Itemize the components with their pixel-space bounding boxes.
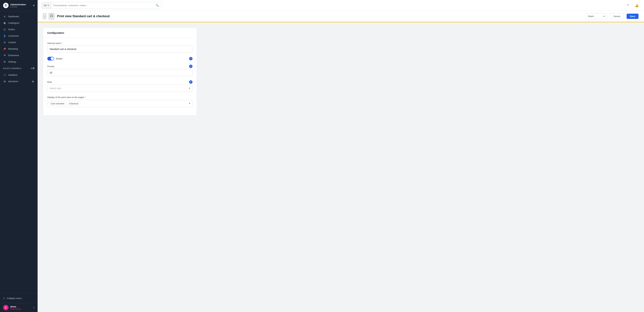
language-selector-wrapper: Dutch English ▼ (586, 13, 607, 20)
sidebar-item-settings[interactable]: Settings (0, 58, 38, 65)
sidebar: G Administration 6.4.16.0 Dashboard Cata… (0, 0, 38, 312)
search-icon: 🔍 (156, 4, 159, 7)
save-button[interactable]: Save (626, 14, 638, 19)
rule-label: Rule (47, 81, 52, 83)
help-button[interactable]: ? (625, 2, 631, 8)
toggle-knob (51, 57, 54, 60)
sidebar-item-label: Catalogues (8, 22, 20, 24)
priority-label: Priority (47, 65, 54, 68)
sidebar-item-dashboard[interactable]: Dashboard (0, 13, 38, 20)
priority-input[interactable] (47, 69, 192, 76)
main-nav: Dashboard Catalogues Orders Customers Co… (0, 11, 38, 293)
display-pages-label: Display of the print view on the pages * (47, 96, 192, 99)
priority-group: Priority ? (47, 65, 192, 76)
sidebar-item-headless[interactable]: Headless (0, 72, 38, 78)
sidebar-item-orders[interactable]: Orders (0, 26, 38, 32)
user-info: demo Administrator (10, 305, 21, 310)
priority-help-button[interactable]: ? (189, 65, 192, 68)
display-pages-chevron-icon: ▼ (188, 102, 191, 105)
active-label: Active (56, 57, 62, 60)
sidebar-item-marketing[interactable]: Marketing (0, 45, 38, 52)
user-chevron-icon[interactable]: ∧ (33, 306, 34, 309)
internal-name-required-marker: * (62, 42, 62, 44)
sidebar-item-label: Extensions (8, 54, 19, 57)
user-section: D demo Administrator ∧ (0, 303, 38, 312)
sales-channels-section-header: Sales Channels ⊕ (0, 65, 38, 72)
internal-name-label: Internal name * (47, 42, 192, 44)
rule-select-wrapper: Select rule... ▼ (47, 85, 192, 92)
language-selector-chevron-icon: ▼ (603, 15, 605, 17)
app-logo: G (3, 3, 8, 8)
print-button[interactable] (49, 13, 54, 19)
collapse-icon: ⊙ (3, 297, 5, 300)
notifications-button[interactable]: 🔔 (634, 2, 640, 8)
rule-select[interactable]: Select rule... (47, 85, 192, 92)
sidebar-item-label: Dashboard (8, 15, 19, 18)
page-header: ‹ Print view Standard cart & checkout Du… (38, 11, 644, 22)
rule-help-button[interactable]: ? (189, 80, 192, 84)
configuration-card-header: Configuration (43, 28, 196, 38)
priority-label-row: Priority ? (47, 65, 192, 68)
printer-icon (50, 14, 53, 17)
active-toggle[interactable] (47, 57, 54, 60)
search-filter-chevron-icon: ▼ (47, 4, 49, 6)
rule-label-row: Rule ? (47, 80, 192, 84)
search-input[interactable] (51, 2, 154, 9)
sidebar-item-label: Storefront (8, 80, 18, 83)
sidebar-item-customers[interactable]: Customers (0, 32, 38, 39)
app-info: Administration 6.4.16.0 (10, 3, 26, 8)
display-pages-tags-input[interactable]: Cart overview Checkout ▼ (47, 100, 192, 107)
app-title: Administration (10, 3, 26, 6)
page-title: Print view Standard cart & checkout (57, 14, 583, 18)
bell-icon: 🔔 (635, 3, 639, 7)
add-sales-channel-button[interactable]: ⊕ (30, 67, 34, 70)
language-selector[interactable]: Dutch English (586, 13, 603, 19)
collapse-menu-button[interactable]: ⊙ Collapse menu (3, 296, 34, 301)
active-help-button[interactable]: ? (189, 57, 192, 60)
back-button[interactable]: ‹ (43, 13, 46, 19)
configuration-title: Configuration (47, 31, 192, 34)
rule-group: Rule ? Select rule... ▼ (47, 80, 192, 92)
svg-rect-0 (51, 16, 52, 17)
internal-name-input[interactable] (47, 45, 192, 53)
main-content: All ▼ 🔍 ? 🔔 ‹ Print view Standard cart &… (38, 0, 644, 312)
sidebar-item-storefront[interactable]: Storefront (0, 78, 38, 85)
sidebar-item-label: Headless (8, 74, 18, 76)
sidebar-item-extensions[interactable]: Extensions (0, 52, 38, 58)
sidebar-item-label: Marketing (8, 48, 18, 50)
sidebar-header: G Administration 6.4.16.0 (0, 0, 38, 11)
storefront-icon (3, 80, 6, 83)
configuration-card: Configuration Internal name * (43, 28, 197, 115)
internal-name-group: Internal name * (47, 42, 192, 53)
content-area: Configuration Internal name * (38, 22, 644, 312)
marketing-icon (3, 47, 6, 50)
collapse-menu-label: Collapse menu (7, 297, 22, 300)
search-container: All ▼ 🔍 (42, 2, 161, 9)
active-row: Active ? (47, 57, 192, 60)
sidebar-item-label: Content (8, 41, 16, 44)
user-name: demo (10, 305, 21, 308)
sales-channels-label: Sales Channels (3, 67, 22, 69)
display-pages-required-marker: * (85, 96, 86, 99)
dashboard-icon (3, 15, 6, 18)
search-all-label: All (44, 4, 46, 7)
tag-checkout: Checkout (67, 102, 80, 106)
storefront-visibility-icon (32, 80, 34, 83)
sidebar-item-content[interactable]: Content (0, 39, 38, 45)
headless-icon (3, 73, 6, 76)
app-version: 6.4.16.0 (10, 6, 26, 8)
sidebar-footer: ⊙ Collapse menu (0, 293, 38, 303)
online-status-indicator (33, 5, 34, 6)
display-pages-group: Display of the print view on the pages *… (47, 96, 192, 107)
catalogue-icon (3, 21, 6, 24)
configuration-card-body: Internal name * Active ? (43, 38, 196, 115)
cancel-button[interactable]: Cancel (610, 13, 624, 19)
search-submit-button[interactable]: 🔍 (154, 4, 161, 7)
search-filter-button[interactable]: All ▼ (42, 2, 51, 9)
sidebar-item-catalogues[interactable]: Catalogues (0, 20, 38, 26)
content-icon (3, 41, 6, 44)
orders-icon (3, 28, 6, 31)
user-avatar: D (3, 305, 8, 310)
active-toggle-wrapper: Active (47, 57, 187, 60)
topbar: All ▼ 🔍 ? 🔔 (38, 0, 644, 11)
